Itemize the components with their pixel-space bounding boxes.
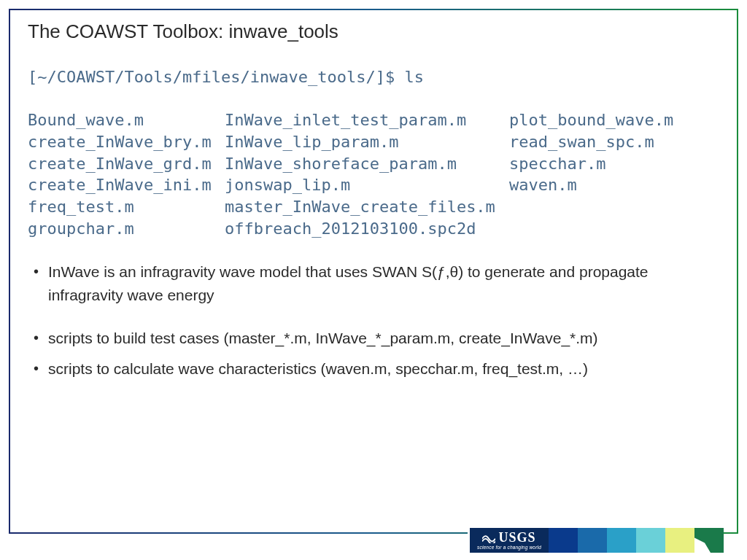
florida-icon bbox=[694, 528, 724, 553]
file: read_swan_spc.m bbox=[509, 133, 654, 151]
slide-frame: The COAWST Toolbox: inwave_tools [~/COAW… bbox=[9, 9, 738, 534]
file: create_InWave_grd.m bbox=[28, 153, 225, 175]
file: jonswap_lip.m bbox=[225, 174, 509, 196]
file: Bound_wave.m bbox=[28, 109, 225, 131]
usgs-tagline: science for a changing world bbox=[477, 545, 541, 550]
file: InWave_lip_param.m bbox=[225, 131, 509, 153]
footer-logo-bar: USGS science for a changing world bbox=[468, 528, 724, 553]
color-strip bbox=[549, 528, 694, 553]
terminal-listing: [~/COAWST/Tools/mfiles/inwave_tools/]$ l… bbox=[28, 66, 719, 240]
file: create_InWave_ini.m bbox=[28, 174, 225, 196]
usgs-logo: USGS science for a changing world bbox=[468, 528, 549, 553]
file: waven.m bbox=[509, 176, 577, 194]
file: plot_bound_wave.m bbox=[509, 111, 673, 129]
slide-title: The COAWST Toolbox: inwave_tools bbox=[28, 20, 719, 43]
file: InWave_shoreface_param.m bbox=[225, 153, 509, 175]
file: groupchar.m bbox=[28, 218, 225, 240]
file: master_InWave_create_files.m bbox=[225, 196, 509, 218]
bullet-list: InWave is an infragravity wave model tha… bbox=[28, 260, 719, 381]
file: offbreach_2012103100.spc2d bbox=[225, 218, 509, 240]
bullet-item: scripts to build test cases (master_*.m,… bbox=[28, 327, 719, 351]
usgs-text: USGS bbox=[498, 531, 535, 544]
bullet-item: scripts to calculate wave characteristic… bbox=[28, 357, 719, 381]
file: InWave_inlet_test_param.m bbox=[225, 109, 509, 131]
bullet-item: InWave is an infragravity wave model tha… bbox=[28, 260, 719, 308]
usgs-logo-text: USGS bbox=[482, 531, 535, 544]
file: specchar.m bbox=[509, 155, 605, 173]
wave-icon bbox=[482, 532, 495, 543]
terminal-prompt: [~/COAWST/Tools/mfiles/inwave_tools/]$ l… bbox=[28, 68, 424, 86]
file: create_InWave_bry.m bbox=[28, 131, 225, 153]
file: freq_test.m bbox=[28, 196, 225, 218]
